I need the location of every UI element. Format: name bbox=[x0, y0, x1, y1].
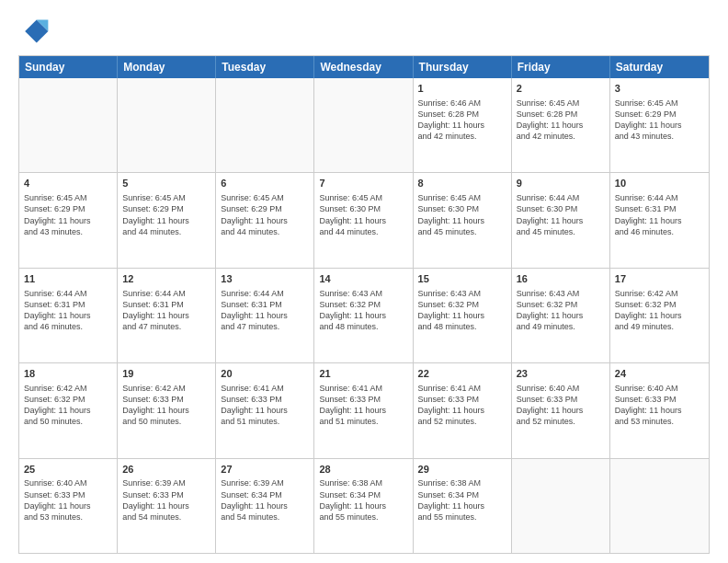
day-number: 24 bbox=[615, 367, 704, 381]
day-number: 8 bbox=[418, 177, 506, 190]
day-number: 16 bbox=[517, 272, 605, 286]
day-info: Sunrise: 6:45 AMSunset: 6:29 PMDaylight:… bbox=[24, 192, 112, 237]
day-number: 22 bbox=[418, 367, 506, 381]
cal-cell: 3Sunrise: 6:45 AMSunset: 6:29 PMDaylight… bbox=[610, 78, 709, 172]
cal-cell bbox=[19, 78, 118, 172]
weekday-header-wednesday: Wednesday bbox=[314, 56, 413, 78]
day-number: 26 bbox=[122, 463, 210, 477]
cal-row-4: 25Sunrise: 6:40 AMSunset: 6:33 PMDayligh… bbox=[19, 458, 709, 553]
calendar-body: 1Sunrise: 6:46 AMSunset: 6:28 PMDaylight… bbox=[19, 78, 709, 553]
cal-cell: 14Sunrise: 6:43 AMSunset: 6:32 PMDayligh… bbox=[314, 269, 413, 362]
weekday-header-tuesday: Tuesday bbox=[216, 56, 314, 78]
cal-cell: 15Sunrise: 6:43 AMSunset: 6:32 PMDayligh… bbox=[414, 269, 512, 362]
day-info: Sunrise: 6:45 AMSunset: 6:29 PMDaylight:… bbox=[221, 192, 309, 237]
logo bbox=[18, 15, 55, 48]
day-info: Sunrise: 6:40 AMSunset: 6:33 PMDaylight:… bbox=[517, 383, 605, 428]
day-number: 12 bbox=[122, 272, 210, 286]
logo-icon bbox=[18, 15, 51, 48]
day-info: Sunrise: 6:45 AMSunset: 6:29 PMDaylight:… bbox=[615, 98, 704, 143]
day-info: Sunrise: 6:41 AMSunset: 6:33 PMDaylight:… bbox=[221, 383, 309, 428]
cal-cell: 16Sunrise: 6:43 AMSunset: 6:32 PMDayligh… bbox=[512, 269, 610, 362]
cal-cell: 27Sunrise: 6:39 AMSunset: 6:34 PMDayligh… bbox=[216, 459, 314, 553]
day-info: Sunrise: 6:44 AMSunset: 6:30 PMDaylight:… bbox=[517, 192, 605, 237]
day-info: Sunrise: 6:41 AMSunset: 6:33 PMDaylight:… bbox=[418, 383, 506, 428]
day-info: Sunrise: 6:39 AMSunset: 6:33 PMDaylight:… bbox=[122, 477, 210, 523]
day-number: 23 bbox=[517, 367, 605, 381]
day-info: Sunrise: 6:43 AMSunset: 6:32 PMDaylight:… bbox=[517, 288, 605, 333]
day-info: Sunrise: 6:43 AMSunset: 6:32 PMDaylight:… bbox=[319, 288, 407, 333]
day-info: Sunrise: 6:42 AMSunset: 6:32 PMDaylight:… bbox=[24, 383, 112, 428]
cal-cell bbox=[314, 78, 413, 172]
day-number: 18 bbox=[24, 367, 112, 381]
cal-cell: 7Sunrise: 6:45 AMSunset: 6:30 PMDaylight… bbox=[314, 173, 413, 267]
cal-cell: 25Sunrise: 6:40 AMSunset: 6:33 PMDayligh… bbox=[19, 459, 118, 553]
cal-row-1: 4Sunrise: 6:45 AMSunset: 6:29 PMDaylight… bbox=[19, 172, 709, 267]
weekday-header-sunday: Sunday bbox=[19, 56, 118, 78]
cal-cell: 24Sunrise: 6:40 AMSunset: 6:33 PMDayligh… bbox=[610, 363, 709, 457]
day-number: 25 bbox=[24, 463, 112, 477]
cal-row-2: 11Sunrise: 6:44 AMSunset: 6:31 PMDayligh… bbox=[19, 268, 709, 362]
cal-cell: 19Sunrise: 6:42 AMSunset: 6:33 PMDayligh… bbox=[118, 363, 216, 457]
cal-cell: 10Sunrise: 6:44 AMSunset: 6:31 PMDayligh… bbox=[610, 173, 709, 267]
weekday-header-monday: Monday bbox=[118, 56, 216, 78]
day-info: Sunrise: 6:38 AMSunset: 6:34 PMDaylight:… bbox=[418, 477, 506, 523]
day-number: 11 bbox=[24, 272, 112, 286]
day-info: Sunrise: 6:41 AMSunset: 6:33 PMDaylight:… bbox=[319, 383, 407, 428]
day-info: Sunrise: 6:44 AMSunset: 6:31 PMDaylight:… bbox=[122, 288, 210, 333]
day-number: 1 bbox=[418, 82, 506, 96]
cal-cell: 18Sunrise: 6:42 AMSunset: 6:32 PMDayligh… bbox=[19, 363, 118, 457]
day-info: Sunrise: 6:38 AMSunset: 6:34 PMDaylight:… bbox=[319, 477, 407, 523]
cal-cell bbox=[118, 78, 216, 172]
cal-cell bbox=[216, 78, 314, 172]
cal-cell bbox=[512, 459, 610, 553]
day-number: 15 bbox=[418, 272, 506, 286]
day-info: Sunrise: 6:43 AMSunset: 6:32 PMDaylight:… bbox=[418, 288, 506, 333]
cal-cell: 28Sunrise: 6:38 AMSunset: 6:34 PMDayligh… bbox=[314, 459, 413, 553]
cal-cell: 26Sunrise: 6:39 AMSunset: 6:33 PMDayligh… bbox=[118, 459, 216, 553]
day-number: 9 bbox=[517, 177, 605, 190]
day-info: Sunrise: 6:44 AMSunset: 6:31 PMDaylight:… bbox=[221, 288, 309, 333]
cal-cell: 11Sunrise: 6:44 AMSunset: 6:31 PMDayligh… bbox=[19, 269, 118, 362]
cal-cell: 29Sunrise: 6:38 AMSunset: 6:34 PMDayligh… bbox=[414, 459, 512, 553]
cal-cell: 12Sunrise: 6:44 AMSunset: 6:31 PMDayligh… bbox=[118, 269, 216, 362]
day-number: 2 bbox=[517, 82, 605, 96]
day-number: 27 bbox=[221, 463, 309, 477]
day-info: Sunrise: 6:39 AMSunset: 6:34 PMDaylight:… bbox=[221, 477, 309, 523]
cal-cell bbox=[610, 459, 709, 553]
cal-cell: 17Sunrise: 6:42 AMSunset: 6:32 PMDayligh… bbox=[610, 269, 709, 362]
calendar: SundayMondayTuesdayWednesdayThursdayFrid… bbox=[18, 55, 710, 554]
day-number: 13 bbox=[221, 272, 309, 286]
page: SundayMondayTuesdayWednesdayThursdayFrid… bbox=[0, 0, 728, 563]
day-number: 29 bbox=[418, 463, 506, 477]
day-number: 19 bbox=[122, 367, 210, 381]
day-number: 20 bbox=[221, 367, 309, 381]
day-number: 4 bbox=[24, 177, 112, 190]
day-number: 21 bbox=[319, 367, 407, 381]
day-number: 3 bbox=[615, 82, 704, 96]
cal-cell: 21Sunrise: 6:41 AMSunset: 6:33 PMDayligh… bbox=[314, 363, 413, 457]
day-info: Sunrise: 6:40 AMSunset: 6:33 PMDaylight:… bbox=[24, 477, 112, 523]
day-number: 7 bbox=[319, 177, 407, 190]
day-number: 17 bbox=[615, 272, 704, 286]
day-info: Sunrise: 6:44 AMSunset: 6:31 PMDaylight:… bbox=[24, 288, 112, 333]
day-info: Sunrise: 6:45 AMSunset: 6:29 PMDaylight:… bbox=[122, 192, 210, 237]
weekday-header-thursday: Thursday bbox=[414, 56, 512, 78]
calendar-header: SundayMondayTuesdayWednesdayThursdayFrid… bbox=[19, 56, 709, 78]
weekday-header-friday: Friday bbox=[512, 56, 610, 78]
cal-cell: 20Sunrise: 6:41 AMSunset: 6:33 PMDayligh… bbox=[216, 363, 314, 457]
day-info: Sunrise: 6:45 AMSunset: 6:30 PMDaylight:… bbox=[418, 192, 506, 237]
cal-cell: 22Sunrise: 6:41 AMSunset: 6:33 PMDayligh… bbox=[414, 363, 512, 457]
day-info: Sunrise: 6:40 AMSunset: 6:33 PMDaylight:… bbox=[615, 383, 704, 428]
cal-row-3: 18Sunrise: 6:42 AMSunset: 6:32 PMDayligh… bbox=[19, 362, 709, 457]
cal-cell: 2Sunrise: 6:45 AMSunset: 6:28 PMDaylight… bbox=[512, 78, 610, 172]
day-number: 6 bbox=[221, 177, 309, 190]
cal-cell: 1Sunrise: 6:46 AMSunset: 6:28 PMDaylight… bbox=[414, 78, 512, 172]
cal-cell: 23Sunrise: 6:40 AMSunset: 6:33 PMDayligh… bbox=[512, 363, 610, 457]
header bbox=[18, 15, 710, 48]
day-info: Sunrise: 6:42 AMSunset: 6:33 PMDaylight:… bbox=[122, 383, 210, 428]
weekday-header-saturday: Saturday bbox=[610, 56, 709, 78]
day-info: Sunrise: 6:45 AMSunset: 6:30 PMDaylight:… bbox=[319, 192, 407, 237]
day-info: Sunrise: 6:44 AMSunset: 6:31 PMDaylight:… bbox=[615, 192, 704, 237]
cal-cell: 5Sunrise: 6:45 AMSunset: 6:29 PMDaylight… bbox=[118, 173, 216, 267]
cal-cell: 6Sunrise: 6:45 AMSunset: 6:29 PMDaylight… bbox=[216, 173, 314, 267]
